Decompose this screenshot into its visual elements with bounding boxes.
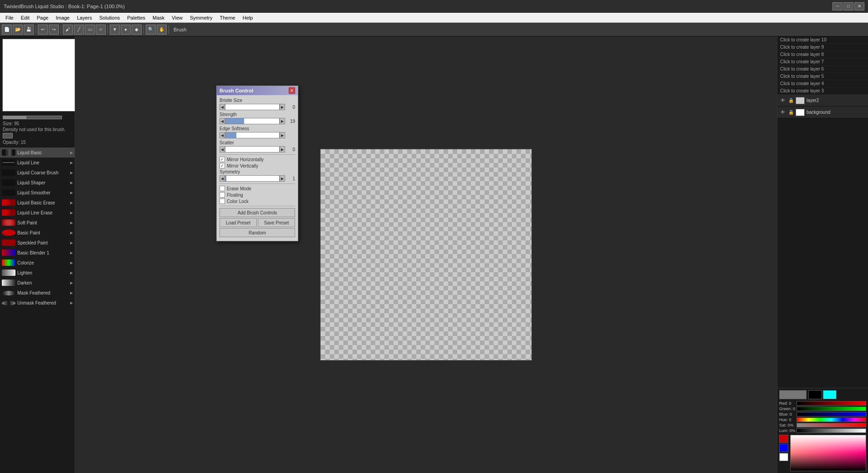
color-gradient-picker[interactable] [790,435,866,471]
menu-palettes[interactable]: Palettes [123,14,149,21]
strength-slider[interactable] [225,118,280,124]
lum-slider[interactable] [797,428,866,433]
drawing-canvas[interactable] [320,149,532,361]
bristle-size-right-arrow[interactable]: ▶ [280,104,285,110]
minimize-button[interactable]: ─ [832,2,842,10]
bristle-size-left-arrow[interactable]: ◀ [220,104,225,110]
red-slider[interactable] [797,401,866,406]
brush-item-liquid-shaper[interactable]: Liquid Shaper ▶ [0,178,75,188]
green-slider[interactable] [797,407,866,411]
add-brush-controls-button[interactable]: Add Brush Controls [220,208,295,217]
brush-item-liquid-coarse[interactable]: Liquid Coarse Brush ▶ [0,168,75,178]
scatter-right-arrow[interactable]: ▶ [280,146,285,153]
menu-mask[interactable]: Mask [149,14,168,21]
color-lock-checkbox[interactable] [220,198,225,204]
toolbar-btn-open[interactable]: 📂 [13,25,23,35]
brush-item-liquid-smoother[interactable]: Liquid Smoother ▶ [0,188,75,198]
toolbar-btn-save[interactable]: 💾 [24,25,34,35]
canvas-area[interactable]: Brush Control ✕ Bristle Size ◀ ▶ 0 Stren… [75,36,777,473]
edge-softness-left-arrow[interactable]: ◀ [220,132,225,138]
strength-left-arrow[interactable]: ◀ [220,118,225,124]
erase-mode-checkbox[interactable] [220,186,225,191]
layer-row-background[interactable]: 👁 🔒 background [777,107,868,118]
layer2-lock[interactable]: 🔒 [787,97,795,104]
tiny-swatch-red[interactable] [779,435,788,443]
toolbar-btn-circle[interactable]: ● [121,25,131,35]
menu-view[interactable]: View [168,14,186,21]
main-color-swatch[interactable] [779,390,807,399]
bristle-size-slider[interactable] [225,104,280,110]
edge-softness-right-arrow[interactable]: ▶ [280,132,285,138]
menu-help[interactable]: Help [239,14,257,21]
toolbar-btn-undo[interactable]: ↩ [38,25,48,35]
brush-dialog-close-button[interactable]: ✕ [289,87,295,94]
brush-item-lighten[interactable]: Lighten ▶ [0,268,75,278]
scatter-left-arrow[interactable]: ◀ [220,146,225,153]
save-preset-button[interactable]: Save Preset [258,218,295,227]
edge-softness-slider[interactable] [225,132,280,138]
brush-item-liquid-basic[interactable]: Liquid Basic ▶ [0,147,75,158]
create-layer-4[interactable]: Click to create layer 4 [777,80,868,87]
hue-slider[interactable] [797,417,866,422]
symmetry-right-arrow[interactable]: ▶ [280,175,285,182]
brush-item-liquid-line[interactable]: Liquid Line ▶ [0,158,75,168]
toolbar-btn-select[interactable]: ⊹ [96,25,106,35]
menu-image[interactable]: Image [52,14,73,21]
brush-item-basic-paint[interactable]: Basic Paint ▶ [0,228,75,238]
create-layer-5[interactable]: Click to create layer 5 [777,73,868,80]
load-preset-button[interactable]: Load Preset [220,218,257,227]
brush-item-colorize[interactable]: Colorize ▶ [0,258,75,268]
create-layer-10[interactable]: Click to create layer 10 [777,36,868,44]
toolbar-btn-line[interactable]: ╱ [74,25,84,35]
menu-theme[interactable]: Theme [216,14,239,21]
toolbar-btn-brush[interactable]: 🖌 [63,25,73,35]
symmetry-left-arrow[interactable]: ◀ [220,175,225,182]
menu-solutions[interactable]: Solutions [96,14,123,21]
create-layer-3[interactable]: Click to create layer 3 [777,87,868,95]
mirror-h-checkbox[interactable] [220,157,225,162]
floating-checkbox[interactable] [220,192,225,198]
create-layer-7[interactable]: Click to create layer 7 [777,58,868,66]
mirror-v-checkbox[interactable] [220,163,225,168]
cyan-swatch[interactable] [823,390,837,399]
tiny-swatch-blue[interactable] [779,444,788,452]
create-layer-8[interactable]: Click to create layer 8 [777,51,868,58]
toolbar-btn-diamond[interactable]: ◆ [132,25,142,35]
toolbar-btn-redo[interactable]: ↪ [49,25,59,35]
layer-row-layer2[interactable]: 👁 🔒 layer2 [777,95,868,107]
menu-file[interactable]: File [2,14,17,21]
symmetry-slider[interactable] [225,175,280,182]
background-lock[interactable]: 🔒 [787,109,795,116]
layer2-visibility[interactable]: 👁 [779,97,786,104]
brush-item-mask-feathered[interactable]: Mask Feathered ▶ [0,288,75,298]
blue-slider[interactable] [797,412,866,417]
tiny-swatch-white[interactable] [779,453,788,461]
close-button[interactable]: ✕ [854,2,864,10]
strength-right-arrow[interactable]: ▶ [280,118,285,124]
size-slider-track[interactable] [3,116,62,119]
toolbar-btn-fill[interactable]: ▼ [110,25,120,35]
brush-dialog-titlebar[interactable]: Brush Control ✕ [217,86,298,95]
random-button[interactable]: Random [220,228,295,237]
toolbar-btn-zoom[interactable]: 🔍 [146,25,156,35]
maximize-button[interactable]: □ [843,2,853,10]
create-layer-9[interactable]: Click to create layer 9 [777,44,868,51]
scatter-slider[interactable] [225,146,280,153]
brush-item-liquid-line-erase[interactable]: Liquid Line Erase ▶ [0,208,75,218]
sat-slider[interactable] [797,423,866,427]
background-visibility[interactable]: 👁 [779,109,786,116]
black-swatch[interactable] [808,390,822,399]
menu-page[interactable]: Page [33,14,52,21]
menu-edit[interactable]: Edit [17,14,33,21]
brush-item-liquid-basic-erase[interactable]: Liquid Basic Erase ▶ [0,198,75,208]
toolbar-btn-hand[interactable]: ✋ [157,25,167,35]
toolbar-btn-rect[interactable]: ▭ [85,25,95,35]
brush-item-unmask-feathered[interactable]: Unmask Feathered ▶ [0,298,75,308]
menu-symmetry[interactable]: Symmetry [186,14,216,21]
brush-item-speckled-paint[interactable]: Speckled Paint ▶ [0,238,75,248]
toolbar-btn-new[interactable]: 📄 [2,25,12,35]
menu-layers[interactable]: Layers [73,14,96,21]
brush-item-darken[interactable]: Darken ▶ [0,278,75,288]
brush-item-soft-paint[interactable]: Soft Paint ▶ [0,218,75,228]
brush-item-basic-blender[interactable]: Basic Blender 1 ▶ [0,248,75,258]
